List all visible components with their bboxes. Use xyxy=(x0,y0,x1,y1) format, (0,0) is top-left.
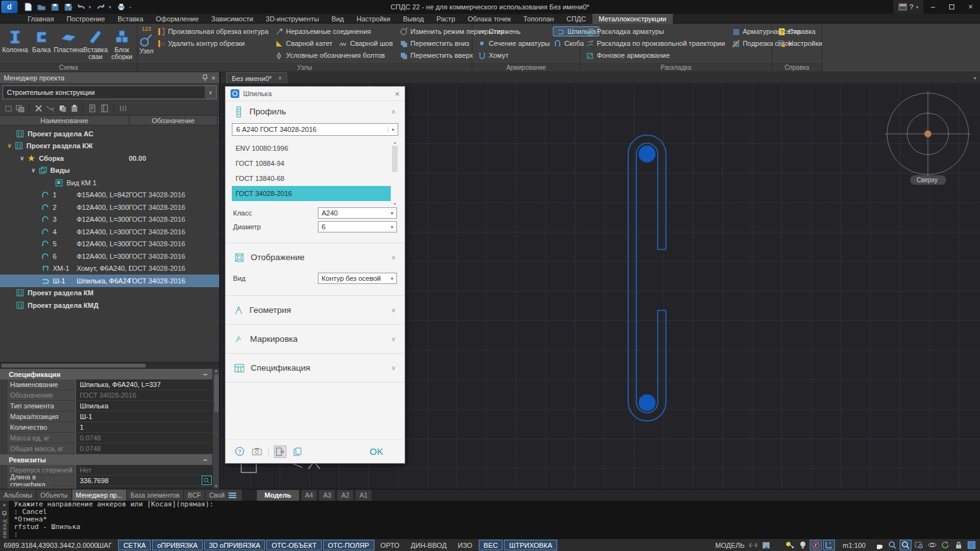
help-item[interactable]: ?Справка xyxy=(777,26,822,36)
delete-trim-contour-item[interactable]: Удалить контур обрезки xyxy=(156,38,268,48)
tree-row[interactable]: 6Ф12А400, L=300 ГОСТ 34028-2016 xyxy=(0,250,219,263)
tab-a2[interactable]: А2 xyxy=(337,489,354,501)
tab-bcf[interactable]: BCF xyxy=(184,489,205,501)
rebar-section-item[interactable]: Сечение арматуры xyxy=(477,38,550,48)
profile-combo[interactable]: 6 А240 ГОСТ 34028-2016 ▾ xyxy=(232,123,398,136)
undo-icon[interactable] xyxy=(75,2,87,12)
class-select[interactable]: А240▾ xyxy=(318,207,397,219)
scrollbar-thumb[interactable] xyxy=(392,146,398,172)
weld-seam-item[interactable]: Сварной шов xyxy=(339,38,393,48)
lock-ui-icon[interactable] xyxy=(952,540,964,550)
column-designation[interactable]: Обозначение xyxy=(129,116,217,126)
pin-icon[interactable] xyxy=(2,511,7,516)
ucs-icon-toggle[interactable] xyxy=(823,540,835,550)
tree-row[interactable]: 3Ф12А400, L=300 ГОСТ 34028-2016 xyxy=(0,214,219,226)
doc-close-icon[interactable]: × xyxy=(278,75,282,82)
chevron-up-icon[interactable]: ∧ xyxy=(391,108,396,115)
section-specification[interactable]: Спецификация ∨ xyxy=(226,357,405,378)
spec-row[interactable]: Длина в специфика... 336.7698 xyxy=(0,476,212,486)
chevron-down-icon[interactable]: ∨ xyxy=(391,364,396,371)
tab-albums[interactable]: Альбомы xyxy=(0,489,36,501)
app-logo-icon[interactable]: d xyxy=(1,1,18,13)
collapse-icon[interactable]: − xyxy=(204,371,207,378)
list-item[interactable]: ГОСТ 10884-94 xyxy=(232,156,391,171)
command-close-icon[interactable]: × xyxy=(3,502,6,508)
layout-list-icon[interactable] xyxy=(225,490,240,501)
bolt-symbols-item[interactable]: Условные обозначения болтов xyxy=(275,50,393,60)
scrollbar-thumb[interactable] xyxy=(214,374,219,412)
section-marking[interactable]: A Маркировка ∨ xyxy=(226,329,405,349)
tab-oblaka-tochek[interactable]: Облака точек xyxy=(462,14,518,24)
help-dropdown-icon[interactable]: ▾ xyxy=(916,4,918,10)
panel-title-bar[interactable]: Менеджер проекта × xyxy=(0,72,219,83)
copy-icon[interactable] xyxy=(58,104,67,112)
weld-fillet-item[interactable]: Сварной катет xyxy=(275,38,332,48)
open-folder-icon[interactable] xyxy=(36,2,47,12)
tab-nastroyki[interactable]: Настройки xyxy=(351,14,397,24)
column-button[interactable]: Колонна xyxy=(2,25,28,53)
tab-a1[interactable]: А1 xyxy=(355,489,372,501)
save-as-icon[interactable] xyxy=(62,2,74,12)
delete-icon[interactable] xyxy=(34,104,43,112)
bar-section-top[interactable] xyxy=(639,146,656,163)
annotation-scale[interactable]: m1:100 xyxy=(842,542,866,549)
column-name[interactable]: Наименование xyxy=(0,116,129,126)
spec-row[interactable]: Количество1 xyxy=(0,422,212,433)
tab-metallokonstrukcii[interactable]: Металлоконструкции xyxy=(592,14,673,24)
view-select[interactable]: Контур без осевой▾ xyxy=(318,273,397,284)
rod-item[interactable]: Стержень xyxy=(477,26,550,36)
dialog-help-icon[interactable]: ? xyxy=(233,445,246,458)
spec-row[interactable]: НаименованиеШпилька, Ф6А240, L=337 xyxy=(0,379,212,390)
measure-length-button[interactable] xyxy=(202,476,212,485)
scroll-down-icon[interactable]: ▼ xyxy=(393,202,397,206)
document-tab[interactable]: Без имени0* × xyxy=(226,72,287,84)
scroll-up-icon[interactable]: ▲ xyxy=(214,369,218,373)
vertical-scrollbar[interactable]: ▲ ▼ xyxy=(212,369,219,489)
clean-screen-icon[interactable] xyxy=(966,540,977,550)
pan-icon[interactable] xyxy=(873,540,885,550)
spec-section-header[interactable]: Спецификация− xyxy=(0,369,212,379)
iso-toggle[interactable]: ИЗО xyxy=(453,540,477,550)
tree-row[interactable]: Проект раздела АС xyxy=(0,128,219,140)
tab-3d-instrumenty[interactable]: 3D-инструменты xyxy=(259,14,325,24)
annotation-link-icon[interactable] xyxy=(747,540,759,550)
zoom-icon[interactable] xyxy=(886,540,898,550)
no-selection-highlight-icon[interactable] xyxy=(810,540,822,550)
chevron-down-icon[interactable]: ∨ xyxy=(391,336,396,342)
background-reinforcement-item[interactable]: Фоновое армирование xyxy=(585,50,725,60)
list-scrollbar[interactable]: ▲ ▼ xyxy=(391,141,398,206)
swap-windows-icon[interactable] xyxy=(16,104,24,112)
scrollbar-thumb[interactable] xyxy=(1,364,146,368)
print-icon[interactable] xyxy=(116,2,127,12)
arbitrary-contour-trim-item[interactable]: Произвольная обрезка контура xyxy=(156,26,268,36)
columns-icon[interactable] xyxy=(118,104,127,112)
toolbar-overflow-icon[interactable]: ⌁ xyxy=(129,4,134,10)
tree-row[interactable]: 5Ф12А400, L=300 ГОСТ 34028-2016 xyxy=(0,238,219,251)
tab-project-manager[interactable]: Менеджер пр... xyxy=(72,489,127,501)
lineweight-toggle[interactable]: ВЕС xyxy=(479,540,503,550)
spec-row[interactable]: Марка/позицияШ-1 xyxy=(0,412,212,422)
attrs-section-header[interactable]: Реквизиты− xyxy=(0,454,212,465)
tab-objects[interactable]: Объекты xyxy=(36,489,72,501)
collapse-icon[interactable]: − xyxy=(204,456,207,464)
orbit-icon[interactable] xyxy=(926,540,938,550)
zoom-window-icon[interactable] xyxy=(913,540,925,550)
permanent-joints-item[interactable]: Неразъемные соединения xyxy=(275,26,393,36)
beam-button[interactable]: Балка xyxy=(28,25,55,53)
help-menu[interactable]: ? xyxy=(910,3,913,11)
regen-icon[interactable] xyxy=(939,540,951,550)
tree-row[interactable]: Вид КМ 1 xyxy=(0,177,219,189)
tree-row[interactable]: ∨ Проект раздела КЖ xyxy=(0,140,219,153)
section-profile[interactable]: Профиль ∧ xyxy=(226,101,405,122)
scroll-down-icon[interactable]: ▼ xyxy=(214,484,218,488)
tab-a4[interactable]: А4 xyxy=(301,489,318,501)
save-icon[interactable] xyxy=(49,2,60,12)
tree-row[interactable]: ∨ ★ Сборка 00.00 xyxy=(0,152,219,165)
undo-dropdown-icon[interactable]: ▾ xyxy=(89,4,94,10)
list-item[interactable]: ENV 10080:1996 xyxy=(232,141,391,156)
tab-element-base[interactable]: База элементов xyxy=(127,489,184,501)
osnap-toggle[interactable]: оПРИВЯЗКА xyxy=(152,540,203,550)
tree-row[interactable]: 4Ф12А400, L=300 ГОСТ 34028-2016 xyxy=(0,226,219,238)
dialog-title-bar[interactable]: Шпилька × xyxy=(226,87,405,101)
section-display[interactable]: Отображение ∧ xyxy=(226,247,405,268)
